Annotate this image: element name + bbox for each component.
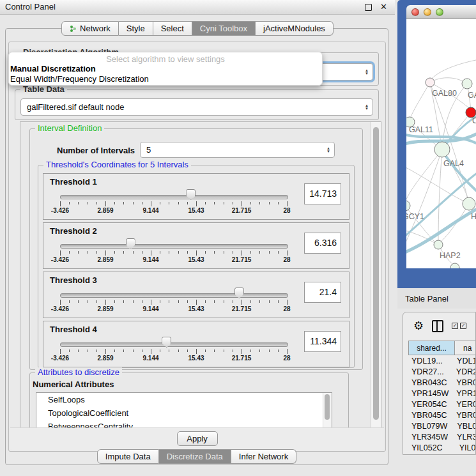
tick	[69, 202, 70, 204]
threshold-cards: Threshold 1-3.4262.8599.14415.4321.71528…	[43, 173, 349, 370]
tick	[205, 251, 206, 254]
threshold-value-field[interactable]: 6.316	[304, 233, 341, 254]
tick-label: 28	[283, 207, 290, 214]
tab-select[interactable]: Select	[153, 21, 192, 36]
tick	[187, 300, 188, 303]
zoom-traffic-light-icon[interactable]	[436, 8, 443, 16]
slider-track[interactable]	[60, 195, 288, 199]
tick	[105, 349, 106, 354]
tick	[187, 202, 188, 204]
tab-label: Network	[80, 24, 111, 33]
cell-name: YIL0	[453, 443, 475, 452]
scrollbar-thumb[interactable]	[325, 394, 330, 420]
num-intervals-combo[interactable]: 5 ▲▼	[140, 142, 335, 158]
tick-label: 21.715	[232, 305, 252, 312]
threshold-value-field[interactable]: 21.4	[304, 282, 341, 303]
tab-jactivemnodules[interactable]: jActiveMNodules	[256, 21, 334, 36]
tick	[123, 300, 124, 303]
tick	[187, 251, 188, 254]
tick	[151, 349, 151, 354]
table-row[interactable]: YDR27...YDR2	[408, 366, 475, 377]
network-node[interactable]	[434, 142, 450, 157]
tick-label: 28	[283, 256, 290, 263]
table-row[interactable]: YIL052CYIL0	[408, 442, 475, 453]
network-node[interactable]	[462, 79, 472, 89]
table-row[interactable]: YDL19...YDL1	[408, 355, 475, 366]
tab-cyni-toolbox[interactable]: Cyni Toolbox	[192, 21, 256, 36]
column-header-name[interactable]: na	[455, 341, 475, 355]
network-edge	[406, 150, 442, 202]
threshold-card-2: Threshold 2-3.4262.8599.14415.4321.71528…	[43, 222, 349, 269]
dropdown-option-manual-discretization[interactable]: Manual Discretization	[9, 64, 322, 74]
tick-label: 21.715	[232, 256, 252, 263]
tab-label: Infer Network	[239, 452, 288, 461]
tick	[269, 251, 270, 254]
dropdown-option-equal-width-frequency[interactable]: Equal Width/Frequency Discretization	[9, 74, 322, 84]
table-row[interactable]: YLR345WYLR3	[408, 431, 475, 442]
close-icon[interactable]: ✕	[380, 2, 387, 12]
threshold-card-1: Threshold 1-3.4262.8599.14415.4321.71528…	[43, 173, 349, 220]
tab-network[interactable]: Network	[61, 21, 119, 36]
network-node[interactable]	[406, 201, 410, 211]
discretize-content-panel: Discretization Algorithm ▲▼ Table Data g…	[8, 42, 386, 452]
table-row[interactable]: YBR043CYBR0	[408, 377, 475, 388]
tick	[60, 201, 61, 206]
node-label-gal4: GAL4	[443, 159, 464, 168]
checkbox-icon[interactable]: ✓	[452, 323, 458, 329]
table-row[interactable]: YER054CYER0	[408, 399, 475, 410]
table-row[interactable]: YBR045CYBR0	[408, 410, 475, 420]
tick	[133, 300, 134, 303]
network-node[interactable]	[450, 263, 459, 268]
table-data-combo[interactable]: galFiltered.sif default node ▲▼	[20, 98, 373, 116]
tick	[169, 300, 169, 303]
node-label-h: H	[471, 212, 476, 221]
network-window-titlebar[interactable]	[406, 5, 476, 19]
tick	[96, 251, 97, 254]
dropdown-placeholder[interactable]: Select algorithm to view settings	[9, 54, 322, 64]
tick	[287, 250, 288, 256]
network-node[interactable]	[434, 240, 443, 249]
slider-track[interactable]	[60, 293, 288, 298]
tick	[60, 300, 61, 305]
table-panel-header: Table Panel	[397, 288, 476, 309]
scrollbar-thumb[interactable]	[373, 127, 379, 420]
column-header-shared-name[interactable]: shared...	[409, 341, 455, 355]
vertical-scrollbar[interactable]	[371, 122, 381, 429]
network-node[interactable]	[426, 78, 434, 87]
combo-stepper-icon: ▲▼	[365, 104, 369, 111]
list-scrollbar[interactable]	[323, 393, 332, 429]
apply-button[interactable]: Apply	[177, 431, 218, 446]
tick	[205, 202, 206, 204]
network-node[interactable]	[463, 197, 475, 210]
table-row[interactable]: YBL079WYBL0	[408, 420, 475, 431]
threshold-value-field[interactable]: 14.713	[304, 183, 341, 204]
columns-icon[interactable]	[432, 320, 443, 332]
float-window-icon[interactable]	[365, 4, 372, 11]
tick	[196, 250, 197, 256]
close-traffic-light-icon[interactable]	[411, 8, 419, 16]
slider-track[interactable]	[60, 244, 288, 249]
cyni-toolbox-panel: Discretization Algorithm ▲▼ Table Data g…	[5, 28, 388, 465]
minimize-traffic-light-icon[interactable]	[424, 8, 431, 16]
tab-style[interactable]: Style	[119, 21, 153, 36]
tab-discretize-data[interactable]: Discretize Data	[159, 449, 231, 464]
tick-label: 28	[283, 355, 290, 362]
combo-stepper-icon: ▲▼	[365, 69, 369, 75]
tick-label: 9.144	[142, 305, 158, 312]
slider-track[interactable]	[60, 342, 288, 347]
numerical-attributes-list[interactable]: SelfLoopsTopologicalCoefficientBetweenne…	[36, 392, 332, 429]
network-canvas[interactable]: GAL80GAGAL11CGAL4GCY1HHAP2	[406, 19, 476, 268]
tick	[69, 349, 70, 352]
tab-impute-data[interactable]: Impute Data	[97, 449, 159, 464]
checkbox-icon[interactable]: ✓	[460, 323, 466, 329]
threshold-value-field[interactable]: 11.344	[304, 331, 341, 352]
attribute-item-selfloops[interactable]: SelfLoops	[36, 393, 332, 406]
tab-infer-network[interactable]: Infer Network	[231, 449, 296, 464]
attribute-item-topologicalcoefficient[interactable]: TopologicalCoefficient	[36, 406, 332, 420]
gear-icon[interactable]: ⚙	[413, 320, 424, 332]
group-label: Threshold's Coordinates for 5 Intervals	[43, 160, 191, 169]
tick	[214, 251, 215, 254]
cell-shared-name: YBR045C	[408, 411, 450, 420]
table-row[interactable]: YPR145WYPR1	[408, 388, 475, 399]
tick	[242, 250, 242, 256]
